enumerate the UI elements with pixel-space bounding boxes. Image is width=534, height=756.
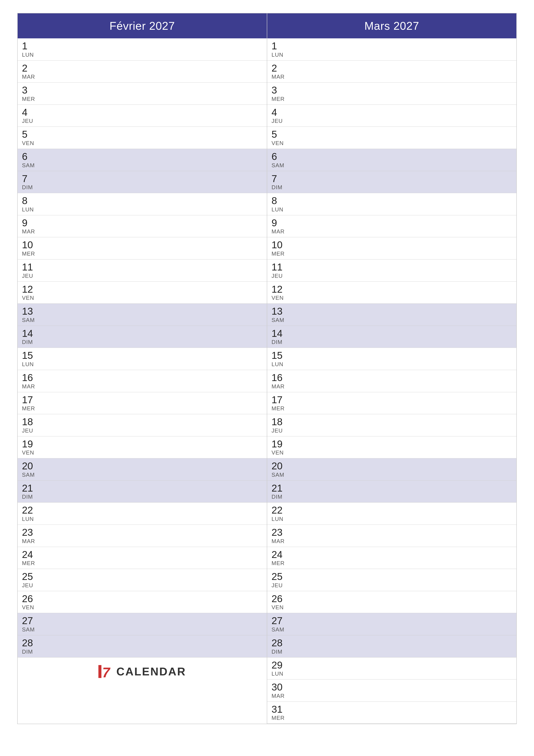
day-row: 10MER	[18, 237, 267, 259]
day-info: 10MER	[271, 239, 285, 257]
day-info: 11JEU	[22, 262, 33, 279]
day-name: JEU	[22, 118, 33, 124]
day-info: 22LUN	[22, 505, 34, 523]
day-name: DIM	[271, 184, 283, 191]
day-number: 7	[22, 173, 33, 184]
day-name: MER	[271, 405, 285, 412]
day-info: 19VEN	[22, 439, 34, 456]
day-name: MER	[271, 715, 285, 721]
day-number: 15	[271, 350, 283, 361]
day-row: 28DIM	[267, 635, 516, 658]
day-number: 20	[271, 461, 284, 472]
day-number: 21	[271, 483, 283, 494]
day-name: DIM	[22, 494, 33, 500]
day-row: 3MER	[267, 83, 516, 105]
day-name: DIM	[271, 339, 283, 345]
day-number: 12	[22, 284, 34, 295]
day-row: 28DIM	[18, 635, 267, 658]
day-info: 3MER	[22, 85, 35, 102]
day-row: 2MAR	[18, 61, 267, 83]
day-number: 19	[22, 439, 34, 449]
day-number: 9	[271, 217, 285, 229]
day-number: 6	[22, 151, 35, 162]
day-info: 14DIM	[22, 328, 33, 346]
day-name: MER	[22, 560, 35, 567]
day-number: 18	[22, 417, 33, 427]
day-name: DIM	[271, 494, 283, 500]
day-number: 2	[22, 63, 35, 74]
day-number: 14	[22, 328, 33, 339]
day-info: 29LUN	[271, 660, 283, 677]
day-row: 15LUN	[267, 348, 516, 370]
day-name: MAR	[271, 383, 285, 390]
day-name: LUN	[271, 361, 283, 368]
day-row: 4JEU	[267, 105, 516, 127]
day-row: 5VEN	[267, 127, 516, 149]
day-name: LUN	[271, 206, 283, 213]
day-number: 23	[271, 527, 285, 538]
day-info: 26VEN	[271, 593, 284, 611]
day-name: SAM	[22, 626, 35, 633]
day-info: 7DIM	[22, 173, 33, 191]
day-info: 17MER	[22, 394, 35, 412]
day-row: 23MAR	[267, 525, 516, 547]
day-row: 9MAR	[18, 215, 267, 237]
day-info: 21DIM	[22, 483, 33, 500]
day-name: SAM	[271, 626, 284, 633]
day-name: MAR	[22, 73, 35, 80]
month-header-march: Mars 2027	[267, 14, 516, 39]
day-name: JEU	[271, 118, 283, 124]
day-row: 6SAM	[267, 149, 516, 171]
day-row: 11JEU	[267, 259, 516, 282]
day-number: 1	[271, 40, 283, 51]
day-number: 2	[271, 63, 285, 74]
day-info: 2MAR	[271, 63, 285, 80]
day-name: MER	[22, 405, 35, 412]
day-name: MER	[22, 251, 35, 257]
day-name: MER	[22, 96, 35, 102]
day-row: 6SAM	[18, 149, 267, 171]
day-row: 17MER	[267, 392, 516, 415]
day-info: 8LUN	[22, 195, 34, 213]
calendar-logo-text: CALENDAR	[116, 665, 186, 678]
day-number: 4	[22, 107, 33, 118]
day-row: 18JEU	[18, 414, 267, 436]
day-number: 23	[22, 527, 35, 538]
day-row: 17MER	[18, 392, 267, 415]
day-info: 9MAR	[22, 217, 35, 235]
day-row: 27SAM	[267, 613, 516, 635]
day-name: MAR	[22, 228, 35, 235]
day-name: MAR	[271, 228, 285, 235]
day-info: 27SAM	[271, 615, 284, 633]
day-name: LUN	[22, 516, 34, 523]
day-info: 5VEN	[22, 129, 34, 147]
day-row: 12VEN	[18, 282, 267, 304]
day-name: VEN	[271, 140, 284, 147]
day-name: MER	[271, 251, 285, 257]
day-number: 20	[22, 461, 35, 472]
day-number: 17	[271, 394, 285, 405]
day-number: 22	[22, 505, 34, 516]
day-number: 24	[22, 549, 35, 560]
month-header-february: Février 2027	[18, 14, 267, 39]
day-info: 13SAM	[22, 306, 35, 323]
day-number: 1	[22, 40, 34, 51]
day-row: 25JEU	[18, 569, 267, 591]
day-row: 13SAM	[18, 304, 267, 326]
day-name: SAM	[271, 472, 284, 478]
day-number: 5	[271, 129, 284, 140]
day-row: 1LUN	[267, 39, 516, 61]
day-number: 18	[271, 417, 283, 427]
day-info: 24MER	[271, 549, 285, 567]
month-column-february: Février 20271LUN2MAR3MER4JEU5VEN6SAM7DIM…	[18, 14, 267, 724]
day-number: 28	[22, 637, 33, 648]
day-name: DIM	[22, 184, 33, 191]
day-name: JEU	[271, 427, 283, 434]
day-name: LUN	[271, 670, 283, 677]
day-name: MER	[271, 96, 285, 102]
calendar-logo-icon: 7	[98, 664, 114, 679]
day-info: 20SAM	[22, 461, 35, 478]
day-info: 18JEU	[271, 417, 283, 434]
day-number: 14	[271, 328, 283, 339]
day-info: 21DIM	[271, 483, 283, 500]
